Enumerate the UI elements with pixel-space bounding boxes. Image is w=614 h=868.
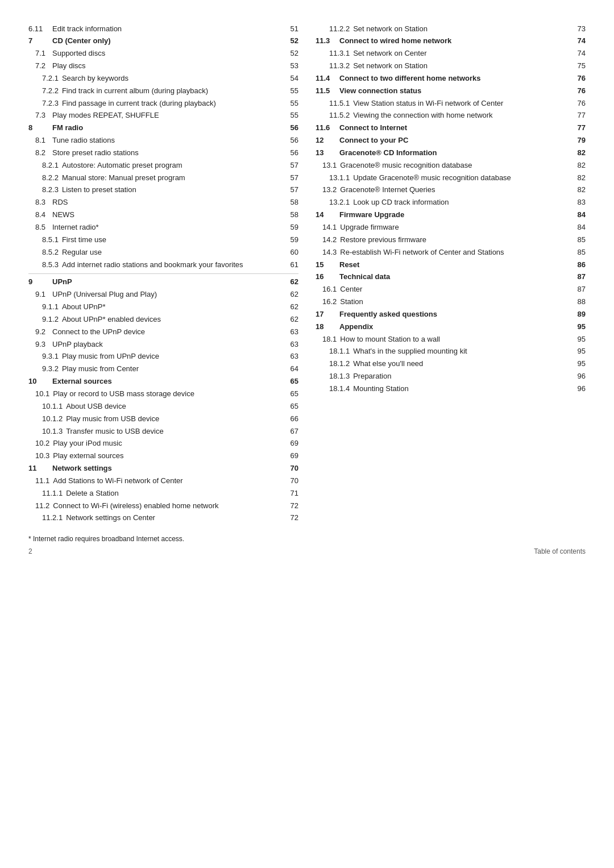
entry-page: 86 xyxy=(572,260,586,271)
entry-title: Regular use xyxy=(62,247,285,258)
entry-page: 77 xyxy=(572,123,586,134)
entry-title: Connect to Wi-Fi (wireless) enabled home… xyxy=(53,501,285,512)
entry-num: 11.2 xyxy=(28,501,49,512)
entry-page: 65 xyxy=(285,401,298,412)
entry-page: 72 xyxy=(285,501,298,512)
entry-page: 77 xyxy=(572,110,586,121)
entry-left: 11.5.1View Station status in Wi-Fi netwo… xyxy=(316,98,572,109)
toc-entry: 11.5.1View Station status in Wi-Fi netwo… xyxy=(316,97,586,110)
entry-num: 8.1 xyxy=(28,135,49,146)
entry-left: 17Frequently asked questions xyxy=(316,309,572,320)
entry-page: 63 xyxy=(285,351,298,362)
entry-num: 9.2 xyxy=(28,327,49,338)
entry-title: CD (Center only) xyxy=(52,36,285,47)
entry-title: Play your iPod music xyxy=(53,438,285,449)
entry-num: 8.5 xyxy=(28,222,49,233)
entry-left: 9.2Connect to the UPnP device xyxy=(28,327,285,338)
entry-num: 9.1.1 xyxy=(28,302,59,313)
entry-left: 9.3.2Play music from Center xyxy=(28,364,285,375)
toc-entry: 13.2.1Look up CD track information83 xyxy=(316,197,586,209)
entry-title: Set network on Station xyxy=(353,24,572,35)
entry-num: 7.2.1 xyxy=(28,73,59,84)
toc-entry: 11.3Connect to wired home network74 xyxy=(316,35,586,48)
entry-title: Appendix xyxy=(339,322,572,333)
entry-title: Set network on Center xyxy=(353,48,572,59)
entry-num: 8.2.2 xyxy=(28,173,59,184)
entry-left: 10.1.1About USB device xyxy=(28,401,285,412)
toc-entry: 18.1.2What else you'll need95 xyxy=(316,358,586,371)
entry-page: 84 xyxy=(572,222,586,233)
entry-title: Delete a Station xyxy=(66,488,285,499)
toc-entry: 8FM radio56 xyxy=(28,122,298,135)
toc-entry: 11.5View connection status76 xyxy=(316,85,586,97)
entry-page: 53 xyxy=(285,61,298,72)
entry-num: 14.1 xyxy=(316,222,337,233)
entry-left: 8.5.3Add internet radio stations and boo… xyxy=(28,260,285,271)
entry-page: 63 xyxy=(285,327,298,338)
entry-num: 18.1.2 xyxy=(316,359,350,369)
toc-entry: 11.4Connect to two different home networ… xyxy=(316,72,586,85)
toc-entry: 11Network settings70 xyxy=(28,463,298,475)
entry-page: 83 xyxy=(572,197,586,208)
entry-left: 8.2Store preset radio stations xyxy=(28,148,285,159)
entry-num: 10.2 xyxy=(28,438,49,449)
toc-entry: 7.2.1Search by keywords54 xyxy=(28,72,298,85)
entry-title: View Station status in Wi-Fi network of … xyxy=(353,98,572,109)
toc-entry: 8.2.3Listen to preset station57 xyxy=(28,184,298,197)
entry-left: 11.1.1Delete a Station xyxy=(28,488,285,499)
entry-page: 70 xyxy=(285,463,298,474)
entry-num: 7 xyxy=(28,36,49,47)
entry-page: 95 xyxy=(572,359,586,369)
entry-page: 72 xyxy=(285,513,298,524)
entry-page: 73 xyxy=(572,24,586,35)
entry-title: Connect to wired home network xyxy=(339,36,572,47)
entry-page: 58 xyxy=(285,197,298,208)
toc-entry: 7.1Supported discs52 xyxy=(28,48,298,60)
entry-title: Connect to two different home networks xyxy=(339,73,572,84)
section-label: Table of contents xyxy=(534,547,586,555)
toc-entry: 17Frequently asked questions89 xyxy=(316,308,586,321)
entry-title: Play modes REPEAT, SHUFFLE xyxy=(52,110,285,121)
entry-num: 11.3 xyxy=(316,36,336,47)
entry-left: 18.1.3Preparation xyxy=(316,371,572,382)
entry-num: 11.6 xyxy=(316,123,336,134)
entry-num: 6.11 xyxy=(28,24,49,35)
entry-title: About UPnP* enabled devices xyxy=(62,314,285,325)
entry-left: 18.1How to mount Station to a wall xyxy=(316,334,572,345)
entry-title: Firmware Upgrade xyxy=(339,210,572,221)
toc-entry: 7.3Play modes REPEAT, SHUFFLE55 xyxy=(28,110,298,122)
page-number: 2 xyxy=(28,547,32,555)
entry-num: 10 xyxy=(28,376,49,387)
entry-title: Gracenote® CD Information xyxy=(339,148,572,159)
toc-entry: 14.2Restore previous firmware85 xyxy=(316,234,586,246)
entry-title: Preparation xyxy=(353,371,572,382)
entry-left: 9UPnP xyxy=(28,277,285,288)
toc-entry: 11.1Add Stations to Wi-Fi network of Cen… xyxy=(28,475,298,487)
entry-title: Mounting Station xyxy=(353,384,572,394)
entry-title: View connection status xyxy=(339,86,572,97)
toc-entry: 16.2Station88 xyxy=(316,296,586,309)
entry-num: 10.1.2 xyxy=(28,414,63,425)
footer-bar: 2 Table of contents xyxy=(28,547,586,555)
entry-left: 10.1.3Transfer music to USB device xyxy=(28,426,285,437)
entry-left: 9.1.2About UPnP* enabled devices xyxy=(28,314,285,325)
entry-left: 12Connect to your PC xyxy=(316,135,572,146)
entry-page: 95 xyxy=(572,322,586,333)
entry-num: 18.1 xyxy=(316,334,337,345)
entry-left: 9.1.1About UPnP* xyxy=(28,302,285,313)
entry-left: 14Firmware Upgrade xyxy=(316,210,572,221)
entry-page: 74 xyxy=(572,48,586,59)
entry-page: 89 xyxy=(572,309,586,320)
entry-left: 9.1UPnP (Universal Plug and Play) xyxy=(28,289,285,300)
toc-entry: 7.2.2Find track in current album (during… xyxy=(28,85,298,97)
toc-entry: 11.1.1Delete a Station71 xyxy=(28,487,298,500)
entry-left: 7.3Play modes REPEAT, SHUFFLE xyxy=(28,110,285,121)
entry-page: 76 xyxy=(572,86,586,97)
entry-left: 8.3RDS xyxy=(28,197,285,208)
entry-page: 87 xyxy=(572,284,586,295)
entry-num: 11.2.1 xyxy=(28,513,63,524)
entry-title: Re-establish Wi-Fi network of Center and… xyxy=(340,247,572,258)
entry-title: Add Stations to Wi-Fi network of Center xyxy=(53,476,285,487)
entry-page: 55 xyxy=(285,110,298,121)
entry-left: 6.11Edit track information xyxy=(28,24,285,35)
